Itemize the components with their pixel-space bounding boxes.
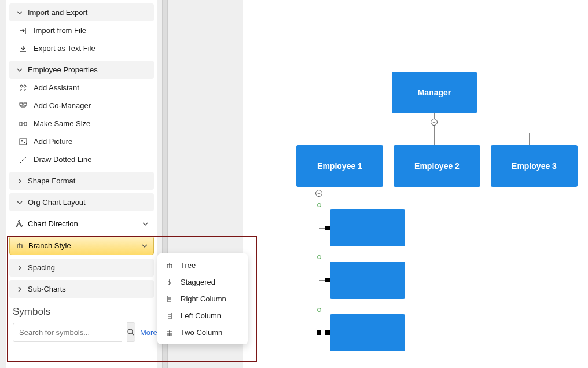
svg-point-0	[20, 85, 23, 87]
item-chart-direction[interactable]: Chart Direction	[9, 215, 154, 233]
option-label: Right Column	[181, 295, 226, 303]
section-label: Spacing	[28, 263, 55, 272]
tree-icon	[166, 262, 175, 270]
item-import-file[interactable]: Import from File	[6, 21, 157, 39]
node-manager[interactable]: Manager	[392, 72, 477, 113]
chevron-down-icon	[15, 67, 24, 73]
item-label: Draw Dotted Line	[34, 155, 91, 164]
connector	[340, 133, 340, 145]
section-label: Import and Export	[28, 8, 87, 17]
item-label: Make Same Size	[34, 119, 90, 128]
item-add-comanager[interactable]: Add Co-Manager	[6, 97, 157, 115]
section-org-layout[interactable]: Org Chart Layout	[9, 193, 154, 211]
item-dotted-line[interactable]: Draw Dotted Line	[6, 150, 157, 168]
item-label: Import from File	[34, 26, 86, 35]
left-column-icon	[166, 312, 175, 320]
chevron-right-icon	[15, 265, 24, 271]
chevron-down-icon	[142, 243, 148, 249]
staggered-icon	[166, 278, 175, 286]
node-employee-2[interactable]: Employee 2	[394, 145, 480, 187]
picture-icon	[19, 138, 28, 146]
svg-rect-4	[20, 122, 22, 126]
search-icon	[127, 328, 135, 336]
chevron-down-icon	[15, 200, 24, 205]
download-icon	[19, 45, 28, 53]
chevron-down-icon	[15, 10, 24, 16]
item-add-picture[interactable]: Add Picture	[6, 133, 157, 150]
assistant-icon	[19, 84, 28, 92]
symbols-search-row: More	[6, 322, 157, 342]
item-label: Branch Style	[28, 241, 71, 250]
symbols-more-link[interactable]: More	[140, 328, 157, 337]
item-same-size[interactable]: Make Same Size	[6, 115, 157, 133]
svg-rect-5	[24, 122, 27, 126]
svg-point-8	[25, 157, 26, 158]
svg-point-12	[128, 329, 133, 334]
symbols-search-button[interactable]	[127, 322, 135, 342]
collapse-toggle[interactable]: −	[315, 190, 322, 197]
section-shape-format[interactable]: Shape Format	[9, 172, 154, 190]
dotted-line-icon	[19, 156, 28, 164]
item-label: Chart Direction	[28, 219, 78, 228]
selection-handle[interactable]	[325, 330, 330, 335]
right-column-icon	[166, 295, 175, 303]
branch-option-tree[interactable]: Tree	[157, 257, 248, 274]
section-label: Employee Properties	[28, 65, 98, 74]
section-employee-props[interactable]: Employee Properties	[9, 61, 154, 79]
node-child-1[interactable]	[330, 209, 405, 246]
item-label: Add Co-Manager	[34, 101, 91, 110]
branch-option-two-column[interactable]: Two Column	[157, 324, 248, 341]
handle-dot[interactable]	[317, 203, 321, 207]
node-child-2[interactable]	[330, 262, 405, 299]
same-size-icon	[19, 120, 28, 128]
two-column-icon	[166, 329, 175, 337]
chevron-right-icon	[15, 178, 24, 184]
item-label: Add Assistant	[34, 83, 79, 92]
section-subcharts[interactable]: Sub-Charts	[9, 280, 154, 298]
import-icon	[19, 27, 28, 35]
section-label: Org Chart Layout	[28, 198, 86, 207]
direction-icon	[15, 220, 23, 228]
item-export-text[interactable]: Export as Text File	[6, 39, 157, 57]
connector	[434, 133, 435, 145]
node-employee-3[interactable]: Employee 3	[491, 145, 578, 187]
branch-option-left-column[interactable]: Left Column	[157, 307, 248, 324]
item-branch-style[interactable]: Branch Style	[9, 236, 154, 255]
chevron-right-icon	[15, 286, 24, 292]
node-child-3[interactable]	[330, 314, 405, 351]
section-label: Shape Format	[28, 176, 75, 185]
sidebar: Import and Export Import from File Expor…	[6, 0, 157, 368]
selection-handle[interactable]	[317, 330, 321, 335]
branch-icon	[16, 242, 24, 250]
symbols-title: Symbols	[6, 298, 157, 322]
connector	[529, 133, 530, 145]
branch-option-right-column[interactable]: Right Column	[157, 290, 248, 307]
section-label: Sub-Charts	[28, 285, 66, 293]
handle-dot[interactable]	[317, 308, 321, 312]
symbols-search-input[interactable]	[13, 323, 122, 342]
option-label: Staggered	[181, 278, 215, 286]
section-spacing[interactable]: Spacing	[9, 259, 154, 277]
branch-option-staggered[interactable]: Staggered	[157, 274, 248, 290]
canvas[interactable]: Manager − Employee 1 Employee 2 Employee…	[243, 0, 588, 368]
branch-style-popup: Tree Staggered Right Column Left Column …	[157, 253, 248, 344]
selection-handle[interactable]	[325, 226, 330, 230]
svg-rect-3	[24, 103, 27, 105]
node-employee-1[interactable]: Employee 1	[296, 145, 383, 187]
handle-dot[interactable]	[317, 255, 321, 259]
option-label: Left Column	[181, 311, 221, 320]
svg-rect-2	[20, 103, 23, 105]
option-label: Two Column	[181, 328, 222, 337]
item-label: Export as Text File	[34, 44, 95, 53]
comanager-icon	[19, 102, 28, 110]
chevron-down-icon	[142, 221, 148, 227]
svg-point-1	[24, 85, 26, 87]
item-add-assistant[interactable]: Add Assistant	[6, 79, 157, 97]
collapse-toggle[interactable]: −	[431, 119, 438, 126]
section-import-export[interactable]: Import and Export	[9, 3, 154, 21]
option-label: Tree	[181, 261, 196, 270]
svg-rect-6	[20, 139, 27, 145]
item-label: Add Picture	[34, 137, 72, 146]
selection-handle[interactable]	[325, 278, 330, 282]
